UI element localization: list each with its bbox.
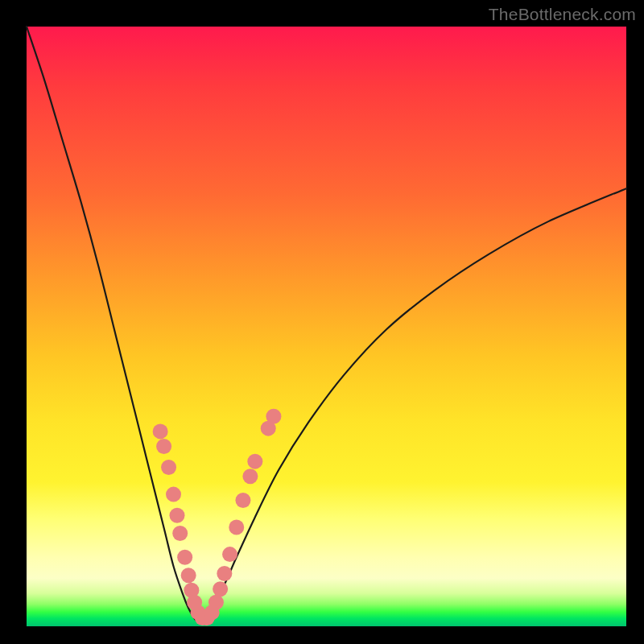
highlight-marker <box>181 568 196 583</box>
highlight-marker <box>177 550 192 565</box>
highlight-marker <box>169 508 184 523</box>
highlight-markers <box>153 409 282 625</box>
chart-overlay-svg <box>27 27 626 626</box>
chart-stage: TheBottleneck.com <box>0 0 644 644</box>
highlight-marker <box>222 547 237 562</box>
highlight-marker <box>247 454 262 469</box>
highlight-marker <box>208 595 224 610</box>
highlight-marker <box>153 423 168 439</box>
highlight-marker <box>213 581 228 597</box>
highlight-marker <box>235 493 250 508</box>
highlight-marker <box>156 439 171 454</box>
highlight-marker <box>242 469 258 484</box>
bottleneck-curve <box>27 27 626 621</box>
highlight-marker <box>229 520 244 535</box>
highlight-marker <box>166 487 181 502</box>
watermark-text: TheBottleneck.com <box>489 5 636 24</box>
highlight-marker <box>217 566 232 581</box>
highlight-marker <box>172 526 188 541</box>
highlight-marker <box>161 460 176 475</box>
highlight-marker <box>266 409 281 424</box>
